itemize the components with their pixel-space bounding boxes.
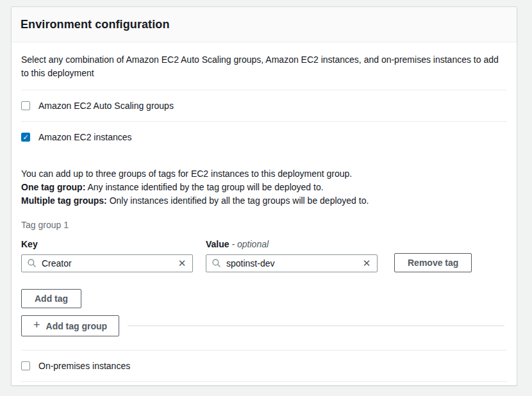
tag-help-line-2-lead: One tag group: — [21, 182, 85, 192]
add-tag-group-row: +Add tag group — [21, 315, 507, 336]
tag-help-line-3-rest: Only instances identified by all the tag… — [107, 195, 369, 206]
card-header: Environment configuration — [12, 7, 517, 42]
value-label-text: Value — [206, 239, 231, 249]
tag-help-line-1: You can add up to three groups of tags f… — [21, 167, 507, 181]
onprem-checkbox-row: On-premises instances — [21, 351, 507, 381]
key-input[interactable] — [21, 254, 193, 272]
value-label-optional: - optional — [231, 239, 269, 249]
value-input-wrap: ✕ — [206, 254, 378, 272]
environment-configuration-card: Environment configuration Select any com… — [11, 6, 517, 386]
key-field-col: Key ✕ — [21, 239, 193, 272]
add-tag-group-label: Add tag group — [46, 321, 108, 331]
tag-fields-row: Key ✕ Value - optional — [21, 239, 507, 272]
key-input-wrap: ✕ — [21, 254, 193, 272]
key-field-label: Key — [21, 239, 193, 249]
ec2-checkbox[interactable]: ✓ — [21, 133, 30, 142]
onprem-checkbox[interactable] — [21, 361, 30, 370]
ec2-checkbox-label[interactable]: Amazon EC2 instances — [38, 132, 132, 142]
key-clear-icon[interactable]: ✕ — [176, 257, 188, 270]
ec2-checkbox-row: ✓ Amazon EC2 instances — [21, 122, 507, 153]
tag-help-line-2: One tag group: Any instance identified b… — [21, 181, 507, 194]
bottom-padding — [21, 382, 507, 392]
tag-help-line-3: Multiple tag groups: Only instances iden… — [21, 194, 507, 208]
page-title: Environment configuration — [21, 18, 507, 31]
section-description: Select any combination of Amazon EC2 Aut… — [21, 53, 507, 80]
card-body: Select any combination of Amazon EC2 Aut… — [12, 53, 517, 392]
asg-checkbox-label[interactable]: Amazon EC2 Auto Scaling groups — [38, 101, 174, 111]
tag-groups-help-text: You can add up to three groups of tags f… — [21, 167, 507, 208]
value-input[interactable] — [206, 254, 378, 272]
tag-group-1-title: Tag group 1 — [21, 220, 507, 230]
tag-help-line-3-lead: Multiple tag groups: — [21, 195, 107, 206]
value-field-label: Value - optional — [206, 239, 378, 249]
add-tag-group-rule — [128, 326, 504, 326]
tag-help-line-2-rest: Any instance identified by the tag group… — [85, 182, 323, 192]
remove-tag-button[interactable]: Remove tag — [394, 253, 472, 272]
plus-icon: + — [33, 318, 40, 332]
value-field-col: Value - optional ✕ — [206, 239, 378, 272]
value-clear-icon[interactable]: ✕ — [360, 257, 373, 270]
asg-checkbox[interactable] — [21, 101, 30, 110]
asg-checkbox-row: Amazon EC2 Auto Scaling groups — [21, 90, 507, 121]
onprem-checkbox-label[interactable]: On-premises instances — [38, 361, 130, 371]
remove-tag-col: Remove tag — [394, 253, 472, 272]
add-tag-button[interactable]: Add tag — [21, 289, 81, 308]
add-tag-group-button[interactable]: +Add tag group — [21, 315, 119, 336]
